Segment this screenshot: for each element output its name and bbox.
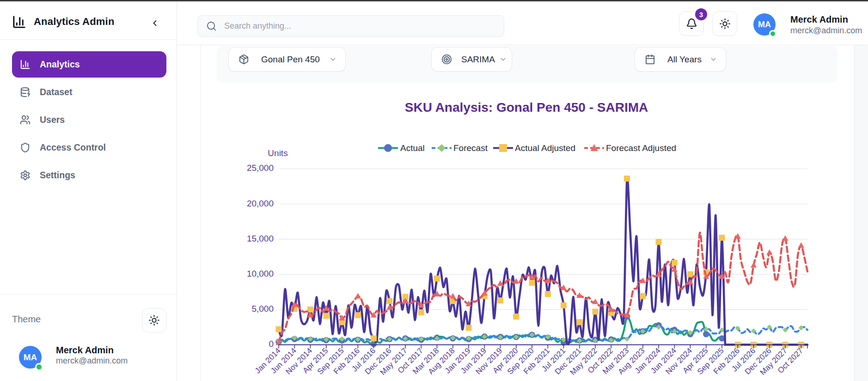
svg-text:Actual Adjusted: Actual Adjusted	[515, 143, 575, 153]
svg-text:SKU Analysis: Gonal Pen 450 -: SKU Analysis: Gonal Pen 450 - SARIMA	[405, 100, 648, 115]
svg-text:Forecast Adjusted: Forecast Adjusted	[606, 143, 676, 153]
svg-text:5,000: 5,000	[251, 304, 274, 314]
svg-text:0: 0	[269, 339, 274, 349]
svg-text:10,000: 10,000	[247, 269, 274, 278]
svg-text:25,000: 25,000	[247, 163, 274, 173]
svg-text:20,000: 20,000	[247, 199, 274, 208]
svg-text:Forecast: Forecast	[453, 143, 488, 153]
svg-text:Actual: Actual	[400, 143, 425, 153]
svg-text:15,000: 15,000	[247, 234, 274, 243]
svg-text:Units: Units	[268, 148, 287, 158]
